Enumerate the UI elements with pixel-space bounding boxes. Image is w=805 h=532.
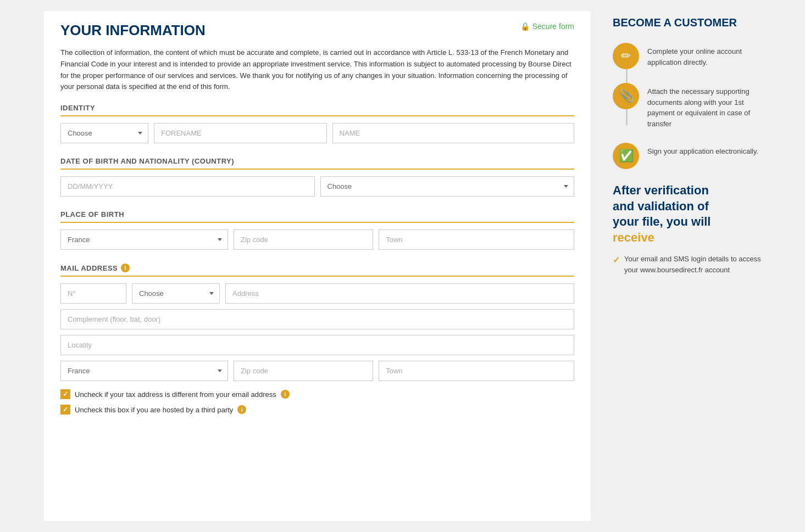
mail-number-wrapper (60, 283, 126, 304)
mail-zip-input[interactable] (234, 361, 373, 381)
nationality-select[interactable]: Choose France Germany Spain Italy United… (320, 176, 575, 197)
mail-type-wrapper: Choose Avenue Boulevard Rue Allée (132, 283, 220, 304)
step-item-2: 📎 Attach the necessary supporting docume… (613, 83, 761, 129)
tax-info-icon[interactable]: i (281, 390, 290, 399)
mail-town-input[interactable] (379, 361, 574, 381)
checkbox-row-1: Uncheck if your tax address is different… (60, 389, 574, 399)
mail-address-row1: Choose Avenue Boulevard Rue Allée (60, 283, 574, 304)
identity-row: Choose Mr Mrs Ms (60, 123, 574, 143)
after-check-text: Your email and SMS login details to acce… (624, 254, 761, 275)
hosted-info-icon[interactable]: i (237, 405, 246, 414)
after-title-line2: and validation of (613, 199, 709, 213)
tax-address-label: Uncheck if your tax address is different… (75, 390, 276, 399)
dob-wrapper (60, 176, 315, 197)
after-title-line1: After verification (613, 183, 709, 197)
sidebar: BECOME A CUSTOMER ✏ Complete your online… (607, 11, 761, 521)
mail-number-input[interactable] (60, 283, 126, 304)
birth-row: France Germany Spain (60, 229, 574, 250)
identity-section-title: IDENTITY (60, 104, 574, 116)
identity-section: IDENTITY Choose Mr Mrs Ms (60, 104, 574, 143)
after-title-line3: your file, you will (613, 215, 710, 228)
step3-text: Sign your application electronically. (647, 143, 758, 169)
title-select-wrapper: Choose Mr Mrs Ms (60, 123, 148, 143)
after-title-line4: receive (613, 231, 654, 244)
mail-address-wrapper (225, 283, 574, 304)
steps-container: ✏ Complete your online account applicati… (613, 43, 761, 169)
birth-country-wrapper: France Germany Spain (60, 229, 228, 250)
name-wrapper (332, 123, 574, 143)
tax-address-checkbox[interactable] (60, 389, 70, 399)
secure-label: Secure form (532, 22, 574, 31)
place-of-birth-section: PLACE OF BIRTH France Germany Spain (60, 210, 574, 250)
sidebar-title: BECOME A CUSTOMER (613, 16, 761, 29)
after-section: After verification and validation of you… (613, 183, 761, 275)
birth-zip-input[interactable] (234, 229, 373, 250)
hosted-label: Uncheck this box if you are hosted by a … (75, 406, 233, 414)
step2-icon: 📎 (613, 83, 639, 109)
mail-country-wrapper: France Germany Spain (60, 361, 228, 381)
title-select[interactable]: Choose Mr Mrs Ms (60, 123, 148, 143)
secure-badge: 🔒 Secure form (520, 22, 574, 31)
mail-town-wrapper (379, 361, 574, 381)
birth-zip-wrapper (234, 229, 373, 250)
nationality-wrapper: Choose France Germany Spain Italy United… (320, 176, 575, 197)
info-paragraph: The collection of information, the conte… (60, 47, 574, 93)
forename-input[interactable] (154, 123, 327, 143)
birth-town-wrapper (379, 229, 574, 250)
mail-address-input[interactable] (225, 283, 574, 304)
mail-info-icon[interactable]: i (121, 264, 130, 272)
mail-location-row: France Germany Spain (60, 361, 574, 381)
forename-wrapper (154, 123, 327, 143)
after-title: After verification and validation of you… (613, 183, 761, 245)
check-symbol: ✓ (613, 255, 620, 265)
step-item-1: ✏ Complete your online account applicati… (613, 43, 761, 69)
page-title: YOUR INFORMATION (60, 22, 206, 39)
step2-text: Attach the necessary supporting document… (647, 83, 761, 129)
mail-complement-row (60, 309, 574, 329)
after-check-row: ✓ Your email and SMS login details to ac… (613, 254, 761, 275)
mail-section-title-row: MAIL ADDRESS i (60, 264, 574, 277)
mail-locality-row (60, 335, 574, 355)
birth-country-select[interactable]: France Germany Spain (60, 229, 228, 250)
step1-text: Complete your online account application… (647, 43, 761, 69)
lock-icon: 🔒 (520, 22, 530, 31)
mail-country-select[interactable]: France Germany Spain (60, 361, 228, 381)
mail-type-select[interactable]: Choose Avenue Boulevard Rue Allée (132, 283, 220, 304)
dob-section-title: DATE OF BIRTH AND NATIONALITY (COUNTRY) (60, 157, 574, 170)
step3-icon: ✅ (613, 143, 639, 169)
birth-town-input[interactable] (379, 229, 574, 250)
dob-input[interactable] (60, 176, 315, 197)
dob-nationality-section: DATE OF BIRTH AND NATIONALITY (COUNTRY) … (60, 157, 574, 197)
name-input[interactable] (332, 123, 574, 143)
form-header: YOUR INFORMATION 🔒 Secure form (60, 22, 574, 39)
mail-complement-input[interactable] (60, 309, 574, 329)
hosted-checkbox[interactable] (60, 405, 70, 415)
birth-section-title: PLACE OF BIRTH (60, 210, 574, 223)
step1-icon: ✏ (613, 43, 639, 69)
mail-locality-input[interactable] (60, 335, 574, 355)
mail-address-section: MAIL ADDRESS i Choose Avenue Boulevard (60, 264, 574, 415)
checkbox-row-2: Uncheck this box if you are hosted by a … (60, 405, 574, 415)
mail-section-title: MAIL ADDRESS (60, 264, 118, 272)
mail-zip-wrapper (234, 361, 373, 381)
step-item-3: ✅ Sign your application electronically. (613, 143, 761, 169)
dob-row: Choose France Germany Spain Italy United… (60, 176, 574, 197)
